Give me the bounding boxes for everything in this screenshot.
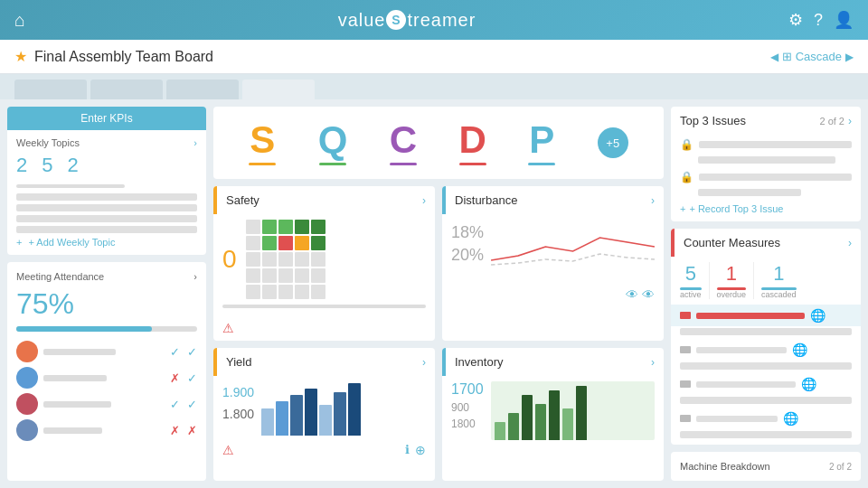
yield-plus-icon[interactable]: ⊕ bbox=[415, 443, 426, 457]
yield-bar bbox=[319, 405, 332, 436]
machine-breakdown-page: 2 of 2 bbox=[829, 462, 852, 472]
check-icon-2: ✓ bbox=[187, 398, 197, 411]
home-icon[interactable]: ⌂ bbox=[14, 10, 25, 31]
issues-body: 🔒 🔒 + + Record Top 3 Issue bbox=[671, 135, 861, 221]
issue-row-1: 🔒 bbox=[680, 138, 852, 151]
grid-cell bbox=[295, 285, 309, 299]
inventory-card: Inventory › 1700 900 1800 bbox=[442, 348, 664, 481]
cascade-button[interactable]: ◀ ⊞ Cascade ▶ bbox=[770, 50, 854, 63]
issues-chevron[interactable]: › bbox=[848, 115, 852, 127]
inv-val-1: 1700 bbox=[451, 381, 484, 398]
meeting-chevron[interactable]: › bbox=[193, 271, 197, 282]
tab-1[interactable] bbox=[14, 80, 87, 99]
tab-4[interactable] bbox=[242, 80, 315, 99]
plus-more-badge[interactable]: +5 bbox=[598, 127, 628, 158]
inv-val-2: 900 bbox=[451, 401, 484, 414]
avatar bbox=[16, 419, 38, 441]
logo-suffix: treamer bbox=[407, 10, 476, 31]
chevron-left-icon: ◀ bbox=[770, 51, 778, 63]
yield-chevron[interactable]: › bbox=[422, 356, 426, 369]
attendee-row: ✗ ✗ bbox=[16, 419, 197, 441]
dist-val-2: 20% bbox=[451, 246, 484, 265]
record-top-issue-button[interactable]: + + Record Top 3 Issue bbox=[680, 203, 852, 214]
safety-chevron[interactable]: › bbox=[422, 194, 426, 207]
help-icon[interactable]: ? bbox=[814, 11, 823, 30]
grid-cell bbox=[278, 252, 293, 267]
text-line-2 bbox=[16, 204, 197, 211]
counter-chevron[interactable]: › bbox=[848, 237, 852, 249]
favorite-icon[interactable]: ★ bbox=[14, 48, 27, 65]
yield-vals: 1.900 1.800 bbox=[222, 381, 254, 425]
inv-bar bbox=[535, 404, 546, 440]
indicator-q bbox=[319, 163, 346, 165]
top-issues-panel: Top 3 Issues 2 of 2 › 🔒 🔒 + bbox=[671, 107, 861, 221]
measure-row-1: 🌐 bbox=[671, 305, 861, 326]
avatar bbox=[16, 367, 38, 389]
stat-divider-2 bbox=[753, 262, 754, 299]
letter-p: P bbox=[529, 121, 554, 159]
sqcdp-q[interactable]: Q bbox=[318, 121, 348, 165]
counter-title: Counter Measures bbox=[684, 236, 780, 249]
sqcdp-d[interactable]: D bbox=[459, 121, 486, 165]
globe-icon-2[interactable]: 🌐 bbox=[792, 343, 807, 357]
stat-overdue-label: overdue bbox=[717, 290, 747, 299]
yield-bar bbox=[261, 408, 274, 436]
globe-icon-3[interactable]: 🌐 bbox=[801, 377, 816, 391]
board-title: Final Assembly Team Board bbox=[34, 49, 770, 65]
attendee-row: ✗ ✓ bbox=[16, 367, 197, 389]
add-weekly-label: + Add Weekly Topic bbox=[29, 237, 116, 248]
measure-bar-3 bbox=[696, 381, 796, 388]
inventory-chart bbox=[491, 381, 655, 440]
chevron-right-icon: ▶ bbox=[845, 51, 854, 63]
lock-icon-1: 🔒 bbox=[680, 138, 693, 151]
inventory-title: Inventory bbox=[455, 355, 503, 369]
counter-stats: 5 active 1 overdue 1 cascaded bbox=[671, 257, 861, 305]
yield-bar bbox=[334, 392, 346, 436]
enter-kpis-button[interactable]: Enter KPIs bbox=[7, 107, 206, 130]
add-weekly-topic-button[interactable]: + + Add Weekly Topic bbox=[16, 237, 197, 248]
sqcdp-p[interactable]: P bbox=[528, 121, 555, 165]
disturbance-chevron[interactable]: › bbox=[651, 194, 655, 207]
text-line-1 bbox=[16, 193, 197, 201]
tab-2[interactable] bbox=[90, 80, 163, 99]
inv-val-3: 1800 bbox=[451, 418, 484, 430]
issue-text-1 bbox=[698, 156, 835, 164]
yield-warning-icon: ⚠ bbox=[222, 443, 234, 457]
stat-active: 5 active bbox=[680, 262, 702, 299]
weekly-topics-chevron[interactable]: › bbox=[193, 137, 197, 148]
eye-icons: 👁 👁 bbox=[626, 287, 655, 302]
yield-val-2: 1.800 bbox=[222, 407, 254, 421]
eye-icon-1[interactable]: 👁 bbox=[626, 287, 638, 302]
inventory-chevron[interactable]: › bbox=[651, 356, 655, 369]
info-icon[interactable]: ℹ bbox=[405, 443, 410, 457]
grid-cell bbox=[278, 220, 293, 234]
meeting-panel: Meeting Attendance › 75% ✓ ✓ bbox=[7, 262, 206, 481]
left-panel: Enter KPIs Weekly Topics › 2 5 2 + bbox=[7, 107, 206, 481]
check-x-group: ✓ ✓ bbox=[170, 345, 197, 359]
sqcdp-c[interactable]: C bbox=[390, 121, 417, 165]
sqcdp-s[interactable]: S bbox=[249, 121, 276, 165]
globe-icon-4[interactable]: 🌐 bbox=[783, 411, 798, 426]
issue-text-2 bbox=[698, 189, 801, 196]
yield-val-1: 1.900 bbox=[222, 385, 254, 399]
yield-chart bbox=[261, 381, 426, 436]
yield-title: Yield bbox=[226, 355, 251, 369]
inventory-body: 1700 900 1800 bbox=[442, 376, 664, 446]
eye-icon-2[interactable]: 👁 bbox=[642, 287, 655, 302]
globe-icon-1[interactable]: 🌐 bbox=[810, 308, 826, 323]
measure-row-2: 🌐 bbox=[671, 339, 861, 361]
record-deviation-button[interactable]: + + Record Deviation bbox=[671, 442, 861, 445]
grid-cell bbox=[278, 285, 293, 299]
letter-c: C bbox=[390, 121, 417, 159]
settings-icon[interactable]: ⚙ bbox=[788, 10, 803, 30]
main-content: Enter KPIs Weekly Topics › 2 5 2 + bbox=[0, 99, 868, 488]
user-icon[interactable]: 👤 bbox=[834, 10, 854, 30]
meeting-attendance-label: Meeting Attendance › bbox=[16, 271, 197, 282]
safety-footer: ⚠ bbox=[213, 319, 435, 341]
indicator-p bbox=[528, 163, 555, 165]
grid-cell bbox=[295, 220, 309, 234]
measure-bar bbox=[696, 313, 805, 319]
tab-3[interactable] bbox=[166, 80, 239, 99]
counter-measures-panel: Counter Measures › 5 active 1 overdue 1 bbox=[671, 229, 861, 445]
grid-cell bbox=[278, 236, 293, 250]
